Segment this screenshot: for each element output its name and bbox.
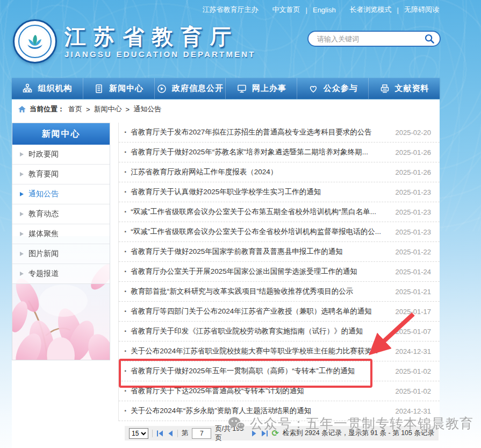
topbar-divider — [392, 6, 404, 14]
nav-item-organization[interactable]: 组织机构 — [12, 78, 83, 99]
sidebar-item-media-focus[interactable]: 媒体聚焦 — [12, 224, 110, 244]
news-link[interactable]: 省教育厅办公室关于开展2025年国家公派出国留学选派受理工作的通知 — [131, 267, 357, 276]
news-link[interactable]: 教育部首批“新文科研究与改革实践项目”结题验收推荐优秀项目的公示 — [131, 287, 353, 296]
search-button[interactable] — [423, 33, 435, 45]
news-link[interactable]: 关于公布2024年江苏省职业院校技能大赛中等职业学校班主任能力比赛获奖... — [131, 346, 378, 356]
last-page-button[interactable] — [261, 430, 268, 437]
archive-icon — [379, 83, 390, 94]
nav-item-documents[interactable]: 文献资料 — [369, 78, 440, 99]
sidebar-item-notices[interactable]: 通知公告 — [12, 184, 110, 204]
breadcrumb-separator — [126, 105, 130, 113]
topbar-link-elder-mode[interactable]: 长者浏览模式 — [350, 5, 392, 15]
topbar-link-host[interactable]: 江苏省教育厅主办 — [203, 5, 259, 15]
news-link[interactable]: “双减”工作省级联席会议办公室关于公布全省校外培训机构监督举报电话的公... — [131, 227, 381, 237]
sidebar-item-label: 媒体聚焦 — [28, 229, 59, 239]
news-link[interactable]: 省教育厅等四部门关于公布2024年江苏省产业教授（兼职）选聘名单的通知 — [131, 307, 372, 316]
search-input[interactable] — [316, 34, 423, 44]
news-date: 2025-01-02 — [390, 367, 432, 375]
nav-label: 组织机构 — [38, 83, 72, 94]
topbar-link-english[interactable]: English — [313, 6, 336, 14]
sidebar-item-label: 图片新闻 — [28, 249, 59, 259]
breadcrumb-news-center[interactable]: 新闻中心 — [94, 104, 122, 114]
sidebar-item-education-trends[interactable]: 教育动态 — [12, 204, 110, 224]
news-date: 2025-01-23 — [390, 188, 432, 196]
nav-item-online-services[interactable]: 网上办事 — [226, 78, 297, 99]
news-date: 2025-01-24 — [390, 268, 432, 276]
page-root: 江苏省教育厅主办 中文首页 English 长者浏览模式 无障碍阅读 江苏省教育… — [0, 0, 481, 448]
breadcrumb-home[interactable]: 首页 — [68, 104, 82, 114]
refresh-button[interactable]: ⟳ — [272, 430, 279, 437]
next-page-button[interactable] — [251, 430, 257, 437]
breadcrumb-notices[interactable]: 通知公告 — [133, 104, 161, 114]
logo-emblem — [18, 25, 52, 58]
search-box — [307, 31, 441, 47]
news-doc-icon — [94, 83, 104, 94]
news-link[interactable]: 省教育厅关于印发《江苏省职业院校劳动教育实施指南（试行）》的通知 — [131, 326, 363, 336]
news-link[interactable]: 省教育厅关于下达2025年普通高校“专转本”计划的通知 — [131, 386, 304, 396]
news-row: 省教育厅关于认真做好2025年职业学校学生实习工作的通知2025-01-23 — [119, 182, 440, 202]
nav-label: 新闻中心 — [109, 83, 143, 94]
lotus-flower-icon — [24, 31, 46, 52]
news-row: 省教育厅关于发布2027年拟在江苏招生的普通高校专业选考科目要求的公告2025-… — [119, 123, 440, 143]
sidebar-item-special-reports[interactable]: 专题报道 — [12, 264, 110, 284]
sidebar: 新闻中心 时政要闻 教育要闻 通知公告 教育动态 媒体聚焦 图片新闻 专题报道 — [12, 123, 110, 360]
news-link[interactable]: 关于公布2024年“苏乡永助”资助育人主题活动结果的通知 — [131, 406, 311, 416]
records-summary: 检索到 2924 条记录，显示第 91 条 - 第 105 条记录 — [283, 429, 434, 438]
nav-item-public-participation[interactable]: 公众参与 — [297, 78, 369, 99]
sidebar-item-education-news[interactable]: 教育要闻 — [12, 165, 110, 184]
page-size-select[interactable]: 15 — [129, 428, 148, 439]
next-page-icon — [252, 430, 257, 437]
topbar: 江苏省教育厅主办 中文首页 English 长者浏览模式 无障碍阅读 — [203, 5, 439, 15]
prev-page-button[interactable] — [167, 430, 174, 437]
news-link[interactable]: 省教育厅关于做好2025年“苏教名家”培养对象遴选暨第二期培养对象终期... — [131, 147, 368, 157]
nav-item-news-center[interactable]: 新闻中心 — [83, 78, 155, 99]
first-page-button[interactable] — [156, 430, 163, 437]
pager-divider — [152, 430, 153, 437]
page-number-input[interactable] — [192, 428, 211, 439]
news-link[interactable]: 省教育厅关于做好2025年五年一贯制高职（高师）“专转本”工作的通知 — [131, 366, 355, 376]
news-date: 2025-01-02 — [390, 387, 432, 395]
last-page-icon — [261, 430, 268, 437]
news-date: 2025-01-23 — [390, 208, 432, 216]
home-icon — [18, 106, 26, 113]
news-row: “双减”工作省级联席会议办公室关于公布第五期全省校外培训机构“黑白名单...20… — [119, 202, 440, 222]
topbar-link-accessibility[interactable]: 无障碍阅读 — [404, 5, 439, 15]
news-items: 省教育厅关于发布2027年拟在江苏招生的普通高校专业选考科目要求的公告2025-… — [119, 123, 440, 421]
main-nav: 组织机构 新闻中心 政府信息公开 网上办事 — [12, 78, 440, 99]
info-circle-icon — [156, 83, 167, 94]
news-row: 省教育厅等四部门关于公布2024年江苏省产业教授（兼职）选聘名单的通知2025-… — [119, 302, 440, 322]
sidebar-item-photo-news[interactable]: 图片新闻 — [12, 244, 110, 264]
triangle-icon — [20, 272, 24, 276]
sidebar-item-label: 通知公告 — [28, 189, 59, 199]
topbar-link-home[interactable]: 中文首页 — [272, 5, 300, 15]
news-date: 2025-02-20 — [390, 129, 432, 137]
nav-item-gov-info[interactable]: 政府信息公开 — [155, 78, 226, 99]
news-date: 2025-01-07 — [390, 328, 432, 336]
news-row: 省教育厅关于做好2025年国家学前教育普及普惠县申报工作的通知2025-01-2… — [119, 242, 440, 262]
first-page-icon — [156, 430, 163, 437]
news-link[interactable]: 江苏省教育厅政府网站工作年度报表（2024） — [131, 167, 277, 177]
site-subtitle: JIANGSU EDUCATION DEPARTMENT — [64, 49, 256, 59]
news-row-highlighted: 省教育厅关于做好2025年五年一贯制高职（高师）“专转本”工作的通知2025-0… — [119, 361, 440, 381]
news-row: 省教育厅关于印发《江苏省职业院校劳动教育实施指南（试行）》的通知2025-01-… — [119, 322, 440, 342]
news-link[interactable]: “双减”工作省级联席会议办公室关于公布第五期全省校外培训机构“黑白名单... — [131, 207, 376, 217]
department-logo-icon — [13, 19, 57, 63]
topbar-divider — [300, 6, 313, 14]
sidebar-item-label: 教育动态 — [28, 209, 59, 219]
news-row: 教育部首批“新文科研究与改革实践项目”结题验收推荐优秀项目的公示2025-01-… — [119, 282, 440, 302]
news-row: 关于公布2024年江苏省职业院校技能大赛中等职业学校班主任能力比赛获奖...20… — [119, 342, 440, 361]
page-total-label: 页/共 195 页 — [215, 424, 247, 443]
triangle-icon — [20, 192, 24, 196]
page-prefix-label: 第 — [182, 429, 189, 438]
triangle-icon — [20, 172, 24, 176]
news-link[interactable]: 省教育厅关于做好2025年国家学前教育普及普惠县申报工作的通知 — [131, 247, 343, 257]
news-link[interactable]: 省教育厅关于发布2027年拟在江苏招生的普通高校专业选考科目要求的公告 — [131, 127, 372, 137]
sidebar-item-label: 专题报道 — [28, 269, 59, 279]
sidebar-item-current-politics[interactable]: 时政要闻 — [12, 145, 110, 165]
news-row: 江苏省教育厅政府网站工作年度报表（2024）2025-01-26 — [119, 162, 440, 182]
sidebar-title: 新闻中心 — [12, 123, 110, 145]
brand-text: 江苏省教育厅 JIANGSU EDUCATION DEPARTMENT — [64, 25, 256, 59]
news-link[interactable]: 省教育厅关于认真做好2025年职业学校学生实习工作的通知 — [131, 187, 321, 197]
brand: 江苏省教育厅 JIANGSU EDUCATION DEPARTMENT — [13, 19, 256, 63]
breadcrumb-label: 当前位置： — [30, 104, 64, 114]
